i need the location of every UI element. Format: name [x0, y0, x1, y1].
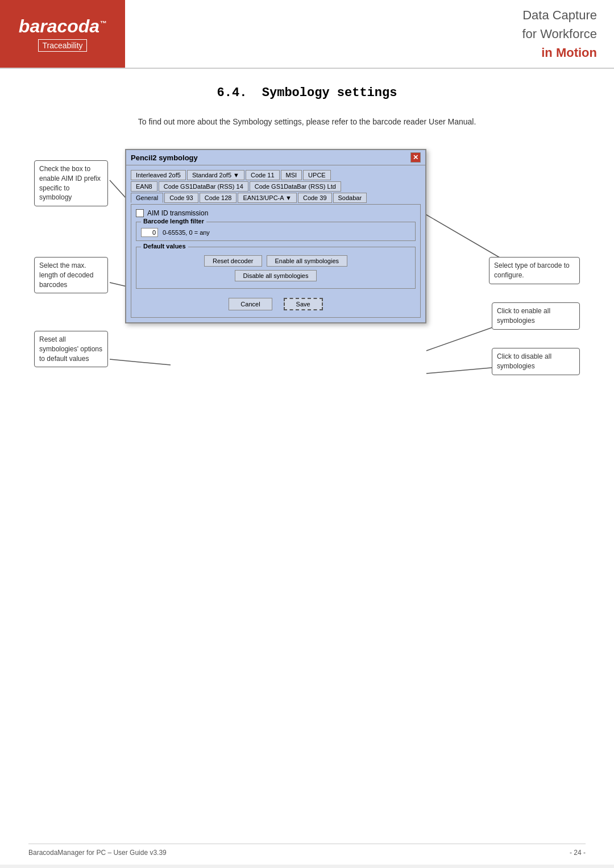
callout-disable: Click to disable all symbologies — [492, 348, 580, 375]
default-values-fieldset: Default values Reset decoder Enable all … — [136, 247, 416, 289]
default-values-content: Reset decoder Enable all symbologies Dis… — [141, 255, 410, 281]
header-line3: in Motion — [541, 43, 597, 62]
tab-msi[interactable]: MSI — [281, 170, 302, 180]
tab-upce[interactable]: UPCE — [303, 170, 331, 180]
tab-code-gs1-14[interactable]: Code GS1DataBar (RSS) 14 — [159, 181, 248, 192]
logo-traceability: Traceability — [38, 39, 86, 52]
footer-left: BaracodaManager for PC – User Guide v3.3… — [28, 849, 167, 857]
tabs-row-3: General Code 93 Code 128 EAN13/UPC-A ▼ C… — [131, 193, 421, 203]
aim-id-label: AIM ID transmission — [147, 209, 208, 217]
intro-text: To find out more about the Symbology set… — [28, 117, 586, 126]
tab-code-gs1-ltd[interactable]: Code GS1DataBar (RSS) Ltd — [250, 181, 341, 192]
dv-row-2: Disable all symbologies — [141, 270, 410, 281]
tab-general[interactable]: General — [131, 193, 163, 203]
logo-area: baracoda™ Traceability — [0, 0, 125, 68]
enable-all-button[interactable]: Enable all symbologies — [267, 255, 348, 267]
reset-decoder-button[interactable]: Reset decoder — [204, 255, 262, 267]
barcode-length-fieldset: Barcode length filter 0-65535, 0 = any — [136, 222, 416, 241]
page-header: baracoda™ Traceability Data Capture for … — [0, 0, 614, 69]
callout-maxlen: Select the max. length of decoded barcod… — [34, 257, 108, 293]
callout-reset: Reset all symbologies' options to defaul… — [34, 331, 108, 367]
dialog-body: Interleaved 2of5 Standard 2of5 ▼ Code 11… — [126, 165, 425, 322]
dv-row-1: Reset decoder Enable all symbologies — [141, 255, 410, 267]
page-content: 6.4. Symbology settings To find out more… — [0, 69, 614, 865]
header-line1: Data Capture — [522, 6, 597, 24]
tab-code39[interactable]: Code 39 — [298, 193, 332, 203]
aim-id-checkbox[interactable] — [136, 209, 144, 217]
tab-ean13[interactable]: EAN13/UPC-A ▼ — [238, 193, 296, 203]
header-title-area: Data Capture for Workforce in Motion — [125, 0, 614, 68]
default-values-legend: Default values — [141, 243, 188, 250]
tab-code128[interactable]: Code 128 — [200, 193, 237, 203]
cancel-button[interactable]: Cancel — [229, 298, 272, 310]
page-footer: BaracodaManager for PC – User Guide v3.3… — [28, 844, 586, 857]
tab-ean8[interactable]: EAN8 — [131, 181, 157, 192]
tab-code93[interactable]: Code 93 — [164, 193, 198, 203]
barcode-length-hint: 0-65535, 0 = any — [163, 229, 210, 236]
dialog-window: Pencil2 symbology ✕ Interleaved 2of5 Sta… — [125, 149, 426, 323]
header-line2: for Workforce — [522, 24, 597, 43]
tabs-row-2: EAN8 Code GS1DataBar (RSS) 14 Code GS1Da… — [131, 181, 421, 192]
callout-type: Select type of barcode to configure. — [489, 257, 580, 284]
dialog-close-button[interactable]: ✕ — [410, 152, 421, 163]
callout-aim: Check the box to enable AIM ID prefix sp… — [34, 160, 108, 206]
dialog-titlebar: Pencil2 symbology ✕ — [126, 150, 425, 165]
section-title: 6.4. Symbology settings — [28, 86, 586, 100]
barcode-length-legend: Barcode length filter — [141, 218, 206, 225]
footer-right: - 24 - — [570, 849, 586, 857]
barcode-length-input[interactable] — [141, 228, 158, 237]
callout-enable: Click to enable all symbologies — [492, 302, 580, 330]
tab-standard-2of5[interactable]: Standard 2of5 ▼ — [187, 170, 244, 180]
tabs-row-1: Interleaved 2of5 Standard 2of5 ▼ Code 11… — [131, 170, 421, 180]
barcode-length-content: 0-65535, 0 = any — [141, 228, 410, 237]
disable-all-button[interactable]: Disable all symbologies — [235, 270, 317, 281]
tab-code11[interactable]: Code 11 — [246, 170, 280, 180]
logo-baracoda: baracoda™ — [19, 16, 106, 37]
svg-line-2 — [110, 359, 171, 365]
aim-id-row: AIM ID transmission — [136, 209, 416, 217]
tab-interleaved-2of5[interactable]: Interleaved 2of5 — [131, 170, 186, 180]
tab-sodabar[interactable]: Sodabar — [333, 193, 367, 203]
dialog-inner: AIM ID transmission Barcode length filte… — [131, 204, 421, 318]
dialog-title: Pencil2 symbology — [131, 153, 198, 162]
diagram-area: Check the box to enable AIM ID prefix sp… — [28, 138, 586, 439]
dialog-footer: Cancel Save — [136, 294, 416, 313]
save-button[interactable]: Save — [284, 298, 323, 310]
